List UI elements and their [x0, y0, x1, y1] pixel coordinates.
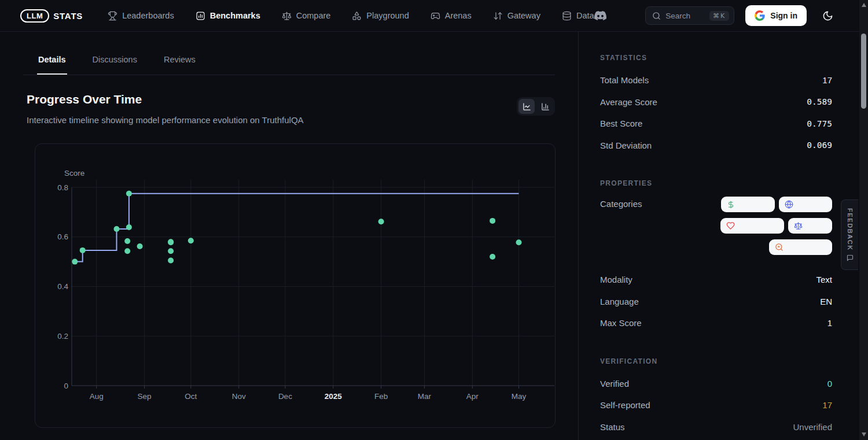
svg-text:Oct: Oct: [185, 392, 197, 401]
category-badge-globe[interactable]: [779, 197, 832, 212]
arrows-down-up-icon: [493, 11, 503, 21]
category-badge-dollar[interactable]: [721, 197, 775, 212]
nav-item-gateway[interactable]: Gateway: [493, 11, 540, 21]
nav-label: Benchmarks: [210, 11, 260, 20]
logo-stats-text: STATS: [53, 11, 83, 21]
property-row-language: Language EN: [600, 291, 832, 313]
nav-label: Compare: [296, 11, 331, 20]
verification-value: 0: [827, 379, 832, 389]
tab-reviews[interactable]: Reviews: [163, 55, 197, 75]
discord-icon[interactable]: [594, 11, 606, 20]
svg-text:AI: AI: [778, 245, 780, 248]
stat-row-total-models: Total Models 17: [600, 69, 832, 91]
bar-chart-toggle-button[interactable]: [537, 99, 553, 114]
verification-value: Unverified: [793, 422, 832, 432]
svg-text:May: May: [512, 392, 527, 401]
verification-heading: VERIFICATION: [600, 357, 832, 365]
categories-label: Categories: [600, 197, 642, 209]
stat-row-best-score: Best Score 0.775: [600, 113, 832, 135]
category-badge-ai-search[interactable]: AI: [769, 239, 832, 255]
svg-text:0.8: 0.8: [57, 183, 68, 192]
svg-text:Mar: Mar: [418, 392, 432, 401]
dollar-icon: [727, 201, 735, 209]
moon-icon[interactable]: [822, 10, 833, 21]
bar-chart-icon: [541, 102, 550, 111]
search-shortcut-badge: ⌘K: [709, 11, 729, 21]
line-chart-icon: [523, 102, 531, 111]
property-label: Language: [600, 297, 639, 306]
google-icon: [755, 10, 765, 21]
scroll-up-arrow[interactable]: [862, 3, 866, 7]
nav-label: Playground: [366, 11, 409, 20]
verification-label: Status: [600, 422, 625, 432]
svg-text:0: 0: [64, 382, 68, 390]
properties-heading: PROPERTIES: [600, 179, 832, 187]
llm-stats-logo[interactable]: LLM STATS: [20, 9, 83, 23]
svg-text:Apr: Apr: [466, 392, 479, 401]
tab-bar: Details Discussions Reviews: [23, 55, 555, 75]
feedback-label: FEEDBACK: [847, 208, 854, 251]
page-title: Progress Over Time: [27, 93, 304, 106]
search-icon: [652, 12, 661, 20]
chart-type-toggle: [517, 97, 555, 116]
content-area: Details Discussions Reviews Progress Ove…: [0, 32, 868, 440]
search-placeholder: Search: [665, 12, 705, 20]
page-scrollbar: [859, 0, 868, 440]
search-input[interactable]: Search ⌘K: [645, 6, 734, 25]
gamepad-icon: [431, 11, 440, 21]
svg-text:Score: Score: [64, 169, 84, 178]
feedback-tab[interactable]: FEEDBACK: [841, 199, 858, 270]
progress-over-time-chart[interactable]: AugSepOctNovDec2025FebMarAprMay00.20.40.…: [35, 144, 556, 410]
stat-label: Std Deviation: [600, 140, 652, 150]
property-row-max-score: Max Score 1: [600, 312, 832, 334]
categories-row: Categories AI: [600, 197, 832, 255]
logo-llm-pill: LLM: [20, 9, 49, 23]
property-value: EN: [820, 297, 832, 306]
category-badges: AI: [715, 197, 832, 255]
stat-value: 0.775: [807, 119, 832, 128]
trophy-icon: [108, 11, 117, 21]
nav-item-data[interactable]: Data: [562, 11, 594, 21]
chart-header: Progress Over Time Interactive timeline …: [27, 93, 555, 125]
property-value: Text: [816, 275, 832, 284]
scrollbar-thumb[interactable]: [861, 34, 866, 109]
nav-label: Leaderboards: [122, 11, 174, 20]
property-value: 1: [827, 318, 832, 328]
heart-icon: [726, 221, 735, 230]
nav-label: Gateway: [507, 11, 540, 20]
scales-icon: [794, 221, 803, 230]
property-label: Max Score: [600, 318, 642, 328]
svg-text:0.4: 0.4: [57, 282, 68, 291]
database-icon: [562, 11, 572, 21]
nav-item-benchmarks[interactable]: Benchmarks: [196, 11, 260, 21]
scales-icon: [282, 11, 292, 21]
svg-text:0.6: 0.6: [57, 232, 68, 241]
benchmark-panel-icon: [196, 11, 205, 21]
shapes-icon: [352, 11, 362, 21]
nav-item-playground[interactable]: Playground: [352, 11, 409, 21]
nav-label: Data: [576, 11, 594, 20]
stat-row-std-deviation: Std Deviation 0.069: [600, 135, 832, 157]
line-chart-toggle-button[interactable]: [518, 99, 535, 114]
category-badge-scales[interactable]: [788, 218, 832, 234]
property-row-modality: Modality Text: [600, 269, 832, 291]
stat-label: Total Models: [600, 75, 649, 85]
verification-row-verified: Verified 0: [600, 373, 832, 395]
sign-in-button[interactable]: Sign in: [745, 5, 807, 26]
statistics-heading: STATISTICS: [600, 54, 832, 62]
nav-item-compare[interactable]: Compare: [282, 11, 331, 21]
tab-discussions[interactable]: Discussions: [91, 55, 138, 75]
nav-item-leaderboards[interactable]: Leaderboards: [108, 11, 174, 21]
info-sidebar: STATISTICS Total Models 17 Average Score…: [579, 32, 859, 440]
category-badge-heart[interactable]: [720, 218, 784, 234]
tab-details[interactable]: Details: [37, 55, 67, 75]
nav-item-arenas[interactable]: Arenas: [431, 11, 472, 21]
globe-icon: [785, 200, 793, 209]
stat-value: 0.069: [807, 140, 832, 150]
navbar-right: Search ⌘K Sign in: [594, 5, 833, 26]
svg-text:Nov: Nov: [232, 392, 246, 401]
verification-label: Verified: [600, 379, 629, 389]
primary-nav: Leaderboards Benchmarks Compare Playgrou…: [108, 11, 594, 21]
scroll-down-arrow[interactable]: [862, 432, 866, 437]
verification-row-self-reported: Self-reported 17: [600, 394, 832, 416]
